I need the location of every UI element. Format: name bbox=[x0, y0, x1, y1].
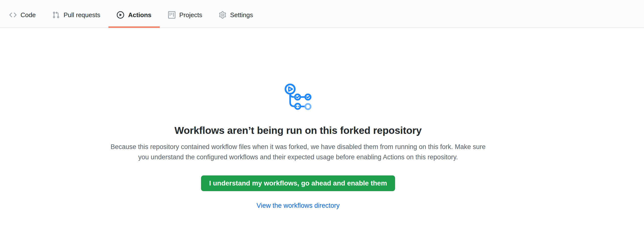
repo-nav: Code Pull requests Actions Projects Sett… bbox=[0, 0, 644, 28]
page-title: Workflows aren’t being run on this forke… bbox=[0, 125, 596, 136]
tab-settings[interactable]: Settings bbox=[210, 0, 262, 28]
link-row: View the workflows directory bbox=[0, 202, 596, 209]
tab-projects[interactable]: Projects bbox=[160, 0, 210, 28]
git-pull-request-icon bbox=[52, 11, 60, 19]
code-icon bbox=[9, 11, 16, 19]
gear-icon bbox=[219, 11, 226, 19]
workflow-graph-icon bbox=[284, 83, 313, 112]
actions-empty-state: Workflows aren’t being run on this forke… bbox=[0, 83, 596, 209]
tab-label: Actions bbox=[128, 12, 151, 18]
tab-actions[interactable]: Actions bbox=[108, 0, 160, 28]
button-row: I understand my workflows, go ahead and … bbox=[0, 162, 596, 191]
enable-workflows-button[interactable]: I understand my workflows, go ahead and … bbox=[201, 175, 395, 191]
tab-label: Settings bbox=[230, 12, 253, 18]
play-icon bbox=[117, 11, 124, 19]
tab-label: Pull requests bbox=[64, 12, 100, 18]
project-icon bbox=[168, 11, 176, 19]
tab-label: Projects bbox=[179, 12, 202, 18]
tab-code[interactable]: Code bbox=[1, 0, 44, 28]
workflows-directory-link[interactable]: View the workflows directory bbox=[256, 202, 340, 209]
description-text: Because this repository contained workfl… bbox=[105, 142, 491, 162]
tab-label: Code bbox=[20, 12, 36, 18]
tab-pull-requests[interactable]: Pull requests bbox=[44, 0, 108, 28]
